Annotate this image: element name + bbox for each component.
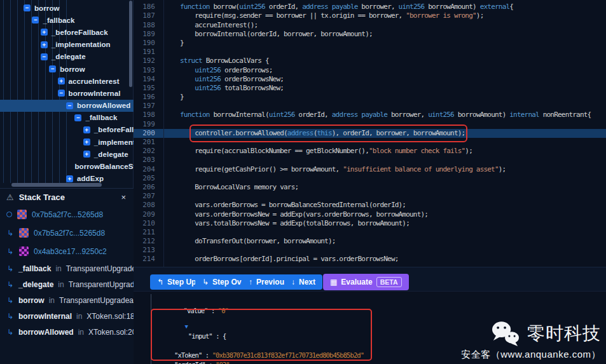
collapse-icon[interactable]: −: [41, 53, 48, 60]
tree-node-_beforeFallbac[interactable]: +_beforeFallbac: [0, 124, 134, 136]
tree-node-borrowAllowed[interactable]: −borrowAllowed: [0, 100, 134, 112]
code-token: "borrower is wrong": [406, 11, 476, 20]
calculator-icon: ▦: [330, 278, 337, 286]
tree-node-_delegate[interactable]: +_delegate: [0, 148, 134, 160]
step-over-icon: ↳: [202, 278, 209, 286]
collapse-icon[interactable]: −: [49, 65, 56, 72]
tree-node-_fallback[interactable]: −_fallback: [0, 14, 134, 26]
code-token: borrower,: [358, 3, 399, 11]
code-token: orderBorrowsNew;: [221, 75, 284, 83]
code-token: external: [480, 3, 510, 11]
stack-trace-address-row[interactable]: 0x7b5a2f7c...5265d8: [0, 205, 134, 224]
beta-badge: BETA: [376, 277, 402, 287]
json-open-brace: {: [223, 332, 226, 340]
evaluate-button[interactable]: ▦ Evaluate BETA: [323, 274, 409, 290]
code-token: struct: [180, 57, 202, 65]
code-line: 213: [134, 246, 606, 255]
tree-node-accrueInterest[interactable]: +accrueInterest: [0, 75, 134, 87]
collapse-icon[interactable]: −: [24, 4, 31, 11]
stack-trace-frame-row[interactable]: ↳_delegateinTransparentUpgradeableProxy.…: [0, 276, 134, 292]
code-token: orderBorrows[orderId].principal = vars.o…: [180, 255, 399, 263]
tree-node-_beforeFallback[interactable]: +_beforeFallback: [0, 26, 134, 38]
code-token: }: [180, 39, 184, 47]
code-text: vars.orderBorrowsNew = addExp(vars.order…: [155, 210, 428, 219]
json-key: "value": [184, 307, 208, 314]
stack-trace-frame-row[interactable]: ↳_fallbackinTransparentUpgradeableProxy.…: [0, 260, 134, 276]
code-token: payable: [361, 111, 387, 119]
next-button[interactable]: ↓ Next: [284, 274, 322, 290]
code-token: uint256: [399, 3, 425, 11]
contract-address: 0x7b5a2f7c...5265d8: [32, 210, 103, 219]
line-number: 206: [134, 183, 155, 192]
tree-node-borrow[interactable]: −borrow: [0, 63, 134, 75]
code-editor[interactable]: 185186function borrow(uint256 orderId, a…: [134, 0, 606, 267]
tree-node-_implementati[interactable]: +_implementati: [0, 136, 134, 148]
code-line: 194 uint256 orderBorrowsNew;: [134, 75, 606, 84]
close-icon[interactable]: ×: [120, 192, 127, 202]
tree-node-label: _implementation: [52, 41, 111, 48]
collapse-icon[interactable]: −: [32, 17, 39, 24]
expand-icon[interactable]: +: [41, 41, 48, 48]
line-number: 194: [134, 75, 155, 84]
code-line: 198function borrowInternal(uint256 order…: [134, 111, 606, 119]
collapse-icon[interactable]: −: [74, 114, 81, 121]
collapse-icon[interactable]: −: [66, 102, 73, 109]
watermark-source: 安全客（www.anquanke.com）: [461, 349, 601, 361]
expand-icon[interactable]: +: [83, 126, 90, 133]
code-token: uint256: [195, 75, 221, 83]
code-token: vars.orderBorrowsNew = addExp(vars.order…: [180, 210, 428, 219]
json-key: "input": [188, 332, 212, 340]
line-number: 209: [134, 210, 155, 219]
collapse-icon[interactable]: −: [58, 90, 65, 97]
tree-node-_fallback[interactable]: −_fallback: [0, 112, 134, 124]
tree-node-_implementation[interactable]: +_implementation: [0, 39, 134, 51]
json-value: "83": [216, 361, 230, 364]
tree-node-label: _delegate: [52, 53, 86, 60]
frame-in-word: in: [49, 296, 55, 305]
expand-icon[interactable]: +: [83, 138, 90, 145]
tree-node-borrowInternal[interactable]: −borrowInternal: [0, 87, 134, 99]
tree-node-borrow[interactable]: −borrow: [0, 2, 134, 14]
code-token: [180, 75, 195, 83]
stack-trace-frame-row[interactable]: ↳borrowAllowedinXToken.sol:200: [0, 324, 134, 340]
code-token: internal: [509, 111, 539, 119]
code-text: }: [155, 93, 184, 102]
line-number: 192: [134, 57, 155, 65]
frame-function-name: borrowInternal: [18, 312, 72, 321]
code-token: orderBorrows;: [221, 66, 273, 74]
code-token: uint256: [195, 66, 221, 74]
tree-node-borrowBalanceStore[interactable]: borrowBalanceStore: [0, 160, 134, 172]
code-text: vars.totalBorrowsNew = addExp(totalBorro…: [155, 219, 410, 228]
tree-node-_delegate[interactable]: −_delegate: [0, 51, 134, 63]
tree-vertical-scrollbar[interactable]: [129, 1, 132, 87]
code-text: }: [155, 39, 184, 48]
tree-horizontal-scrollbar[interactable]: [11, 183, 102, 187]
line-number: 214: [134, 255, 155, 264]
code-line: 205: [134, 174, 606, 183]
stack-trace-address-row[interactable]: ↳0x4ab3ce17...9250c2: [0, 242, 134, 260]
line-number: 188: [134, 21, 155, 30]
line-number: 210: [134, 219, 155, 228]
code-token: borrower,: [387, 111, 428, 119]
expand-icon[interactable]: +: [66, 175, 73, 182]
stack-trace-frame-row[interactable]: ↳borrowInternalinXToken.sol:189: [0, 308, 134, 324]
code-token: borrowAmount): [454, 111, 509, 119]
line-number: 187: [134, 11, 155, 20]
expand-icon[interactable]: +: [41, 29, 48, 36]
frame-file: TransparentUpgradeableProxy.sol: [66, 264, 134, 273]
expand-icon[interactable]: +: [58, 78, 65, 84]
return-arrow-icon: ↳: [6, 280, 14, 289]
json-colon: :: [205, 361, 216, 364]
stack-trace-address-row[interactable]: ↳0x7b5a2f7c...5265d8: [0, 224, 134, 242]
stack-trace-frame-row[interactable]: ↳borrowinTransparentUpgradeableProxy.sol: [0, 292, 134, 308]
tree-node-label: borrow: [60, 65, 85, 73]
code-text: require(getCashPrior() >= borrowAmount, …: [155, 165, 506, 174]
code-token: "insufficient balance of underlying asse…: [343, 165, 499, 173]
line-number: 199: [134, 120, 155, 129]
code-text: [155, 228, 180, 237]
code-token: borrowAmount): [424, 3, 479, 11]
watermark-brand: 零时科技: [527, 321, 601, 346]
code-token: borrow(: [210, 3, 240, 11]
code-line: 209 vars.orderBorrowsNew = addExp(vars.o…: [134, 210, 606, 219]
expand-icon[interactable]: +: [83, 151, 90, 158]
